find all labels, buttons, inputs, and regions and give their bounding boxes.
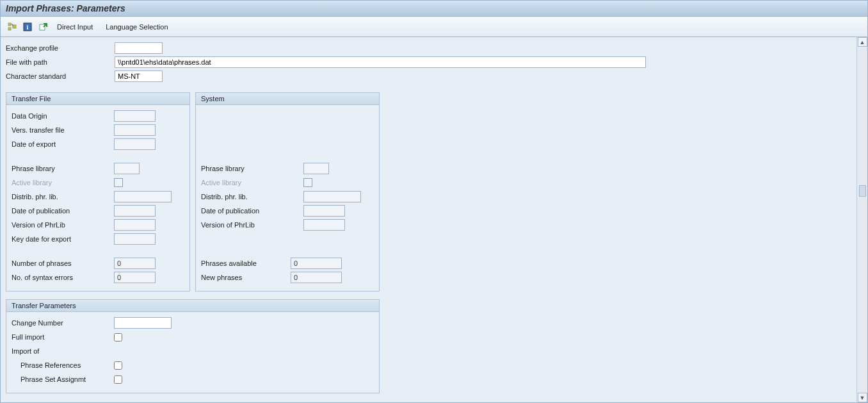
tf-num-phrases-field <box>114 258 156 269</box>
change-number-label: Change Number <box>12 319 114 327</box>
transfer-file-title: Transfer File <box>6 93 189 105</box>
svg-rect-0 <box>8 23 11 26</box>
svg-text:i: i <box>27 24 29 31</box>
transfer-params-title: Transfer Parameters <box>6 300 379 312</box>
tf-key-date-label: Key date for export <box>12 235 114 243</box>
file-path-label: File with path <box>6 58 115 66</box>
char-std-label: Character standard <box>6 72 115 80</box>
system-group: System Phrase library Active library Dis… <box>195 92 380 292</box>
sys-new-phrases-label: New phrases <box>201 274 291 281</box>
direct-input-button[interactable]: Direct Input <box>52 21 98 33</box>
phrase-refs-label: Phrase References <box>12 361 114 369</box>
page-title: Import Phrases: Parameters <box>6 3 125 13</box>
language-selection-button[interactable]: Language Selection <box>100 21 173 33</box>
sys-date-pub-field <box>303 205 345 217</box>
vers-transfer-field <box>114 124 156 136</box>
toolbar: i Direct Input Language Selection <box>0 17 868 37</box>
vertical-scrollbar[interactable]: ▲ ▼ <box>856 37 867 402</box>
title-bar: Import Phrases: Parameters <box>0 0 868 17</box>
tf-active-library-checkbox <box>114 178 123 187</box>
sys-active-library-checkbox <box>303 178 312 187</box>
sys-phrase-library-field <box>303 163 329 174</box>
header-fields: Exchange profile File with path Characte… <box>6 41 851 83</box>
tf-active-library-label: Active library <box>12 179 114 186</box>
tf-key-date-field <box>114 233 156 245</box>
file-path-input[interactable] <box>115 56 646 68</box>
transfer-params-group: Transfer Parameters Change Number Full i… <box>6 299 380 393</box>
full-import-checkbox[interactable] <box>114 333 122 341</box>
svg-rect-2 <box>13 25 16 28</box>
char-std-input[interactable] <box>115 70 163 82</box>
tf-num-syntax-field <box>114 272 156 283</box>
tf-phrase-library-label: Phrase library <box>12 165 114 172</box>
data-origin-label: Data Origin <box>12 112 114 120</box>
import-of-label: Import of <box>12 347 114 355</box>
scroll-track[interactable] <box>858 47 867 393</box>
tf-distrib-label: Distrib. phr. lib. <box>12 193 114 201</box>
info-icon[interactable]: i <box>21 21 34 33</box>
tree-icon[interactable] <box>6 21 19 33</box>
tf-date-pub-field <box>114 205 156 217</box>
sys-distrib-label: Distrib. phr. lib. <box>201 193 303 201</box>
full-import-label: Full import <box>12 333 114 341</box>
tf-num-syntax-label: No. of syntax errors <box>12 274 114 281</box>
tf-phrase-library-field <box>114 163 140 174</box>
sys-date-pub-label: Date of publication <box>201 207 303 215</box>
change-number-input[interactable] <box>114 317 172 329</box>
tf-version-phrlib-label: Version of PhrLib <box>12 221 114 229</box>
tf-distrib-field <box>114 191 172 202</box>
sys-phrase-library-label: Phrase library <box>201 165 303 172</box>
content-area: Exchange profile File with path Characte… <box>1 37 856 402</box>
sys-version-phrlib-field <box>303 219 345 231</box>
sys-phrases-avail-field <box>291 258 342 269</box>
svg-rect-1 <box>8 28 11 30</box>
export-icon[interactable] <box>36 21 49 33</box>
tf-version-phrlib-field <box>114 219 156 231</box>
sys-active-library-label: Active library <box>201 179 303 186</box>
tf-num-phrases-label: Number of phrases <box>12 259 114 267</box>
sys-version-phrlib-label: Version of PhrLib <box>201 221 303 229</box>
sys-new-phrases-field <box>291 272 342 283</box>
vers-transfer-label: Vers. transfer file <box>12 126 114 134</box>
data-origin-field <box>114 110 156 122</box>
transfer-file-group: Transfer File Data Origin Vers. transfer… <box>6 92 190 292</box>
phrase-refs-checkbox[interactable] <box>114 361 122 370</box>
scroll-down-arrow[interactable]: ▼ <box>858 393 867 402</box>
date-export-field <box>114 138 156 150</box>
exchange-profile-input[interactable] <box>115 42 163 54</box>
sys-phrases-avail-label: Phrases available <box>201 259 291 267</box>
sys-distrib-field <box>303 191 361 202</box>
scroll-up-arrow[interactable]: ▲ <box>858 37 867 47</box>
scroll-grip[interactable] <box>859 185 866 197</box>
date-export-label: Date of export <box>12 140 114 148</box>
phrase-set-label: Phrase Set Assignmt <box>12 375 114 383</box>
tf-date-pub-label: Date of publication <box>12 207 114 215</box>
phrase-set-checkbox[interactable] <box>114 375 122 384</box>
system-title: System <box>196 93 379 105</box>
exchange-profile-label: Exchange profile <box>6 44 115 52</box>
